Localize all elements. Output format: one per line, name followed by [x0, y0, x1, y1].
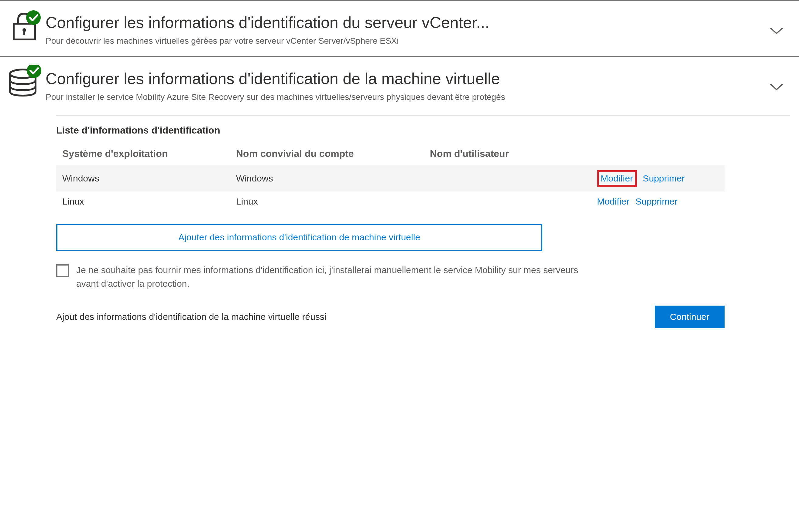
section-subtitle: Pour découvrir les machines virtuelles g…: [46, 35, 653, 47]
highlight-annotation: Modifier: [597, 170, 637, 187]
add-vm-credentials-button[interactable]: Ajouter des informations d'identificatio…: [56, 224, 542, 251]
edit-link[interactable]: Modifier: [597, 196, 630, 206]
svg-rect-2: [23, 31, 25, 35]
skip-credentials-option: Je ne souhaite pas fournir mes informati…: [56, 263, 790, 290]
cell-username: [424, 165, 591, 191]
cell-friendly-name: Linux: [230, 191, 424, 211]
section-title: Configurer les informations d'identifica…: [46, 13, 714, 32]
col-friendly-name: Nom convivial du compte: [230, 142, 424, 165]
section-vcenter-credentials[interactable]: Configurer les informations d'identifica…: [0, 1, 799, 56]
continue-button[interactable]: Continuer: [655, 306, 725, 328]
chevron-down-icon[interactable]: [769, 27, 784, 37]
section-vm-credentials[interactable]: Configurer les informations d'identifica…: [0, 57, 799, 112]
lock-with-check-icon: [3, 10, 46, 40]
cell-username: [424, 191, 591, 211]
col-username: Nom d'utilisateur: [424, 142, 591, 165]
col-os: Système d'exploitation: [56, 142, 230, 165]
cell-actions: Modifier Supprimer: [591, 165, 725, 191]
footer-row: Ajout des informations d'identification …: [56, 306, 725, 328]
table-header-row: Système d'exploitation Nom convivial du …: [56, 142, 725, 165]
database-with-check-icon: [3, 66, 46, 96]
cell-os: Linux: [56, 191, 230, 211]
table-row: Linux Linux ModifierSupprimer: [56, 191, 725, 211]
table-row: Windows Windows Modifier Supprimer: [56, 165, 725, 191]
cell-os: Windows: [56, 165, 230, 191]
chevron-down-icon[interactable]: [769, 83, 784, 93]
delete-link[interactable]: Supprimer: [636, 196, 677, 206]
section-title: Configurer les informations d'identifica…: [46, 69, 714, 88]
cell-actions: ModifierSupprimer: [591, 191, 725, 211]
skip-checkbox-label: Je ne souhaite pas fournir mes informati…: [76, 263, 593, 290]
vm-credentials-panel: Liste d'informations d'identification Sy…: [0, 112, 799, 328]
delete-link[interactable]: Supprimer: [643, 173, 685, 183]
cell-friendly-name: Windows: [230, 165, 424, 191]
credentials-table: Système d'exploitation Nom convivial du …: [56, 142, 725, 211]
subsection-divider: [56, 115, 790, 116]
status-message: Ajout des informations d'identification …: [56, 312, 327, 322]
edit-link[interactable]: Modifier: [601, 173, 633, 183]
skip-checkbox[interactable]: [56, 264, 69, 277]
section-subtitle: Pour installer le service Mobility Azure…: [46, 91, 653, 103]
svg-point-3: [26, 10, 41, 25]
credentials-list-title: Liste d'informations d'identification: [56, 125, 790, 136]
col-actions: [591, 142, 725, 165]
